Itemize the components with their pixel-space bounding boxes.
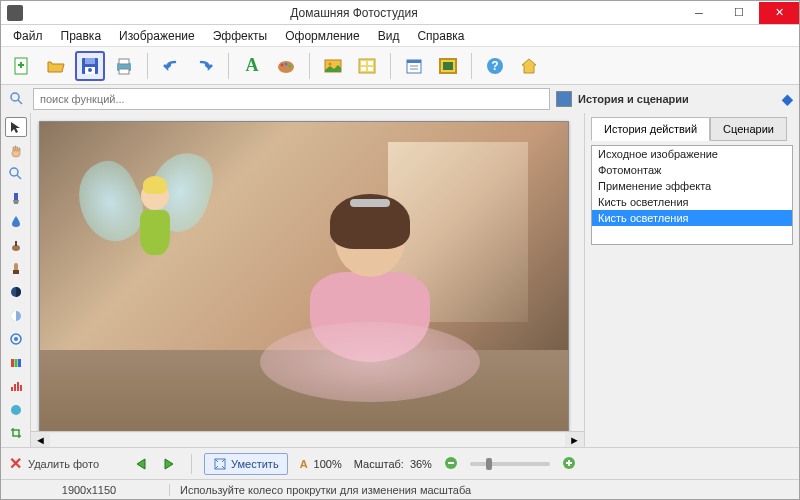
svg-point-46 — [11, 405, 21, 415]
fit-button[interactable]: Уместить — [204, 453, 288, 475]
status-dimensions: 1900x1150 — [9, 484, 169, 496]
frame-button[interactable] — [433, 51, 463, 81]
main-area: ◄► История действий Сценарии Исходное из… — [1, 113, 799, 447]
save-button[interactable] — [75, 51, 105, 81]
brush-tool[interactable] — [5, 188, 27, 208]
drop-tool[interactable] — [5, 211, 27, 231]
history-item[interactable]: Применение эффекта — [592, 178, 792, 194]
status-bar: 1900x1150 Используйте колесо прокрутки д… — [1, 479, 799, 499]
levels-tool[interactable] — [5, 376, 27, 396]
close-button[interactable]: ✕ — [759, 2, 799, 24]
next-button[interactable] — [157, 454, 179, 474]
new-button[interactable] — [7, 51, 37, 81]
menu-image[interactable]: Изображение — [111, 27, 203, 45]
image-canvas[interactable] — [39, 121, 569, 431]
separator — [191, 454, 192, 474]
cursor-tool[interactable] — [5, 117, 27, 137]
calendar-button[interactable] — [399, 51, 429, 81]
history-item[interactable]: Кисть осветления — [592, 194, 792, 210]
history-panel-label: История и сценарии — [578, 93, 689, 105]
svg-rect-17 — [361, 67, 366, 71]
delete-icon: ✕ — [9, 454, 22, 473]
delete-photo-button[interactable]: ✕ Удалить фото — [9, 454, 99, 473]
slider-thumb[interactable] — [486, 458, 492, 470]
home-button[interactable] — [514, 51, 544, 81]
hand-tool[interactable] — [5, 141, 27, 161]
panel-tabs: История действий Сценарии — [591, 117, 793, 141]
menubar: Файл Правка Изображение Эффекты Оформлен… — [1, 25, 799, 47]
fit-label: Уместить — [231, 458, 279, 470]
tab-scenarios[interactable]: Сценарии — [710, 117, 787, 141]
prev-button[interactable] — [131, 454, 153, 474]
status-message: Используйте колесо прокрутки для изменен… — [169, 484, 791, 496]
lighten-tool[interactable] — [5, 306, 27, 326]
svg-point-4 — [88, 68, 92, 72]
svg-rect-20 — [407, 60, 421, 63]
right-panel-title: История и сценарии ◆ — [578, 91, 793, 107]
clone-tool[interactable] — [5, 235, 27, 255]
search-input[interactable] — [33, 88, 550, 110]
svg-rect-39 — [11, 359, 14, 367]
svg-rect-18 — [368, 67, 373, 71]
darken-tool[interactable] — [5, 282, 27, 302]
print-button[interactable] — [109, 51, 139, 81]
scale-value: 36% — [410, 458, 432, 470]
history-item[interactable]: Исходное изображение — [592, 146, 792, 162]
app-window: Домашняя Фотостудия ─ ☐ ✕ Файл Правка Из… — [0, 0, 800, 500]
horizontal-scrollbar[interactable]: ◄► — [31, 431, 584, 447]
help-button[interactable]: ? — [480, 51, 510, 81]
tab-history[interactable]: История действий — [591, 117, 710, 141]
svg-line-28 — [18, 100, 22, 104]
zoom-in-button[interactable] — [562, 456, 576, 472]
expand-icon[interactable]: ◆ — [782, 91, 793, 107]
crop-tool[interactable] — [5, 424, 27, 444]
svg-point-27 — [11, 93, 19, 101]
menu-view[interactable]: Вид — [370, 27, 408, 45]
window-title: Домашняя Фотостудия — [29, 6, 679, 20]
zoom-tool[interactable] — [5, 164, 27, 184]
gallery-button[interactable] — [352, 51, 382, 81]
rgb-tool[interactable] — [5, 353, 27, 373]
history-item[interactable]: Кисть осветления — [592, 210, 792, 226]
menu-edit[interactable]: Правка — [53, 27, 110, 45]
svg-rect-24 — [443, 62, 453, 70]
window-controls: ─ ☐ ✕ — [679, 2, 799, 24]
redo-button[interactable] — [190, 51, 220, 81]
svg-rect-6 — [119, 59, 129, 64]
nav-arrows — [131, 454, 179, 474]
menu-file[interactable]: Файл — [5, 27, 51, 45]
svg-rect-42 — [11, 387, 13, 391]
heal-tool[interactable] — [5, 400, 27, 420]
canvas-viewport[interactable] — [31, 113, 584, 431]
menu-effects[interactable]: Эффекты — [205, 27, 276, 45]
zoom-100-label: 100% — [314, 458, 342, 470]
open-button[interactable] — [41, 51, 71, 81]
svg-rect-45 — [20, 385, 22, 391]
toolbar-separator — [390, 53, 391, 79]
undo-button[interactable] — [156, 51, 186, 81]
svg-rect-16 — [368, 61, 373, 65]
maximize-button[interactable]: ☐ — [719, 2, 759, 24]
stamp-tool[interactable] — [5, 259, 27, 279]
svg-point-10 — [285, 62, 288, 65]
menu-help[interactable]: Справка — [409, 27, 472, 45]
svg-rect-7 — [119, 69, 129, 74]
palette-button[interactable] — [271, 51, 301, 81]
app-icon — [7, 5, 23, 21]
svg-line-30 — [17, 175, 21, 179]
titlebar: Домашняя Фотостудия ─ ☐ ✕ — [1, 1, 799, 25]
smudge-tool[interactable] — [5, 329, 27, 349]
minimize-button[interactable]: ─ — [679, 2, 719, 24]
image-button[interactable] — [318, 51, 348, 81]
svg-rect-33 — [15, 241, 17, 246]
zoom-slider[interactable] — [470, 462, 550, 466]
menu-decoration[interactable]: Оформление — [277, 27, 367, 45]
panel-icon — [556, 91, 572, 107]
zoom-out-button[interactable] — [444, 456, 458, 472]
history-item[interactable]: Фотомонтаж — [592, 162, 792, 178]
zoom-100-button[interactable]: A 100% — [300, 458, 342, 470]
search-icon — [7, 91, 27, 107]
svg-rect-43 — [14, 384, 16, 391]
text-button[interactable]: A — [237, 51, 267, 81]
svg-point-29 — [10, 168, 18, 176]
